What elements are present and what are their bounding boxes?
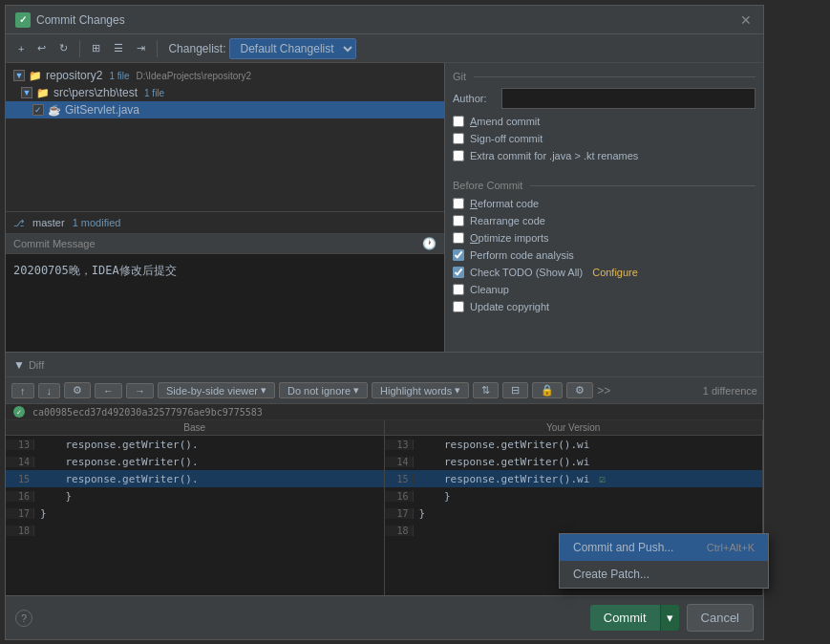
bottom-bar: ? Commit ▾ Cancel — [6, 595, 763, 639]
clock-icon: 🕐 — [422, 237, 436, 250]
changelist-label: Changelist: — [168, 42, 225, 55]
diff-line-r15: 15 response.getWriter().wi ☑ — [385, 470, 763, 487]
diff-line-r13: 13 response.getWriter().wi — [385, 436, 763, 453]
commit-button[interactable]: Commit — [590, 605, 660, 631]
line-content-r16: } — [414, 490, 457, 503]
tree-item-repo[interactable]: ▼ 📁 repository2 1 file D:\IdeaProjects\r… — [6, 67, 444, 84]
create-patch-label: Create Patch... — [573, 568, 649, 581]
highlight-btn[interactable]: Highlight words ▾ — [372, 382, 469, 398]
git-section-header: Git — [453, 71, 756, 82]
app-icon: ✓ — [15, 12, 31, 28]
left-panel: ▼ 📁 repository2 1 file D:\IdeaProjects\r… — [6, 63, 445, 352]
diff-header: ▼ Diff — [6, 353, 763, 377]
tree-item-file[interactable]: ✓ ☕ GitServlet.java — [6, 101, 444, 118]
java-file-icon: ☕ — [48, 104, 61, 117]
signoff-checkbox[interactable] — [453, 133, 464, 144]
ignore-btn[interactable]: Do not ignore ▾ — [279, 382, 368, 398]
more-btn[interactable]: >> — [597, 384, 610, 397]
highlight-label: Highlight words — [380, 385, 452, 397]
layout-button[interactable]: ⊞ — [87, 40, 105, 56]
diff-left-panel: Base 13 response.getWriter(). 14 respons… — [6, 420, 385, 595]
diff-line-r16: 16 } — [385, 487, 763, 504]
commit-dropdown-menu: Commit and Push... Ctrl+Alt+K Create Pat… — [559, 533, 769, 589]
help-button[interactable]: ? — [15, 610, 32, 627]
analysis-checkbox[interactable] — [453, 249, 464, 261]
commit-dropdown-button[interactable]: ▾ — [660, 605, 679, 631]
commit-message-input[interactable]: 20200705晚，IDEA修改后提交 — [6, 254, 444, 352]
bottom-left: ? — [15, 610, 32, 627]
amend-checkbox[interactable] — [453, 116, 464, 127]
viewer-btn[interactable]: Side-by-side viewer ▾ — [158, 382, 275, 398]
line-num-r16: 16 — [385, 491, 414, 502]
diff-line-l13: 13 response.getWriter(). — [6, 436, 384, 453]
create-patch-item[interactable]: Create Patch... — [560, 561, 768, 588]
optimize-checkbox[interactable] — [453, 232, 464, 244]
amend-row: Amend commit — [453, 115, 756, 128]
cleanup-row: Cleanup — [453, 283, 756, 296]
base-version-header: Base — [6, 420, 384, 436]
apply-button[interactable]: → — [126, 383, 154, 398]
author-input[interactable] — [501, 88, 756, 109]
tree-checkbox-repo[interactable]: ▼ — [13, 70, 25, 81]
reformat-row: Reformat code — [453, 197, 756, 210]
collapse-btn[interactable]: ⊟ — [502, 382, 528, 398]
todo-checkbox[interactable] — [453, 267, 464, 278]
reformat-label: Reformat code — [470, 198, 539, 209]
viewer-dropdown-icon: ▾ — [261, 384, 266, 397]
tree-checkbox-src[interactable]: ▼ — [21, 87, 32, 98]
ignore-label: Do not ignore — [287, 385, 351, 397]
line-num-r17: 17 — [385, 508, 414, 519]
todo-row: Check TODO (Show All) Configure — [453, 266, 756, 279]
file-name: GitServlet.java — [65, 103, 139, 117]
indent-button[interactable]: ⇥ — [132, 40, 150, 56]
redo-button[interactable]: ↻ — [54, 40, 73, 56]
author-label: Author: — [453, 93, 496, 104]
extra-commit-row: Extra commit for .java > .kt renames — [453, 149, 756, 162]
modified-badge: 1 modified — [73, 217, 121, 228]
src-name: src\pers\zhb\test — [53, 86, 138, 99]
undo-button[interactable]: ↩ — [32, 40, 51, 56]
diff-line-r14: 14 response.getWriter().wi — [385, 453, 763, 470]
gear-btn[interactable]: ⚙ — [566, 382, 593, 398]
src-folder-icon: 📁 — [36, 87, 50, 99]
copyright-checkbox[interactable] — [453, 301, 464, 312]
diff-line-l18: 18 — [6, 522, 384, 539]
add-button[interactable]: + — [13, 41, 29, 56]
before-commit-header: Before Commit — [453, 180, 756, 191]
line-content-l15: response.getWriter(). — [34, 473, 204, 485]
line-num-l15: 15 — [6, 474, 34, 484]
diff-settings-button[interactable]: ⚙ — [64, 382, 91, 398]
amend-label: Amend commit — [470, 116, 540, 127]
tree-checkbox-file[interactable]: ✓ — [32, 104, 44, 116]
revert-button[interactable]: ← — [95, 383, 122, 398]
rearrange-row: Rearrange code — [453, 214, 756, 227]
commit-and-push-item[interactable]: Commit and Push... Ctrl+Alt+K — [560, 534, 768, 561]
commit-message-header: Commit Message 🕐 — [6, 234, 444, 254]
optimize-row: Optimize imports — [453, 231, 756, 245]
close-button[interactable]: ✕ — [738, 12, 754, 28]
cleanup-checkbox[interactable] — [453, 284, 464, 295]
optimize-label: Optimize imports — [470, 232, 549, 244]
diff-line-l16: 16 } — [6, 487, 384, 504]
branch-name: master — [32, 217, 65, 228]
prev-diff-button[interactable]: ↑ — [11, 383, 34, 398]
rearrange-checkbox[interactable] — [453, 215, 464, 226]
extra-commit-checkbox[interactable] — [453, 150, 464, 161]
next-diff-button[interactable]: ↓ — [38, 383, 61, 398]
list-button[interactable]: ☰ — [109, 40, 128, 56]
cancel-button[interactable]: Cancel — [687, 604, 754, 632]
reformat-checkbox[interactable] — [453, 198, 464, 209]
signoff-label: Sign-off commit — [470, 133, 543, 144]
line-num-r18: 18 — [385, 526, 414, 536]
lock-btn[interactable]: 🔒 — [532, 382, 563, 398]
tree-item-src[interactable]: ▼ 📁 src\pers\zhb\test 1 file — [6, 84, 444, 101]
separator1 — [79, 40, 80, 57]
configure-link[interactable]: Configure — [592, 267, 638, 278]
highlight-dropdown-icon: ▾ — [455, 384, 460, 397]
sync-btn[interactable]: ⇅ — [473, 382, 499, 398]
changelist-select[interactable]: Default Changelist — [229, 38, 356, 59]
extra-commit-label: Extra commit for .java > .kt renames — [470, 150, 638, 161]
analysis-label: Perform code analysis — [470, 249, 574, 261]
diff-collapse-icon[interactable]: ▼ — [13, 358, 25, 372]
toolbar: + ↩ ↻ ⊞ ☰ ⇥ Changelist: Default Changeli… — [6, 34, 763, 63]
